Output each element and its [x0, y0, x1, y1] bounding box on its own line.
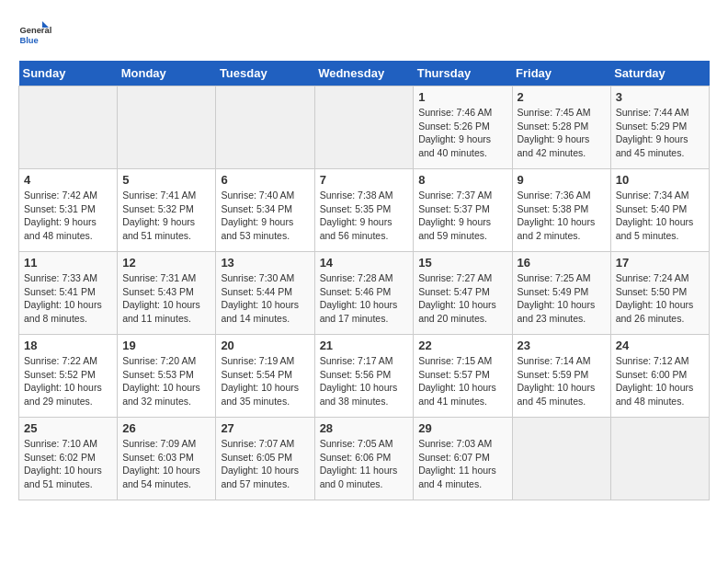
day-number: 13: [221, 256, 309, 270]
day-number: 27: [221, 421, 309, 435]
day-number: 9: [518, 173, 606, 187]
calendar-cell: 3Sunrise: 7:44 AMSunset: 5:29 PMDaylight…: [610, 86, 709, 169]
day-info: Sunrise: 7:31 AMSunset: 5:43 PMDaylight:…: [122, 271, 210, 326]
day-info: Sunrise: 7:41 AMSunset: 5:32 PMDaylight:…: [122, 189, 210, 243]
calendar-week-4: 18Sunrise: 7:22 AMSunset: 5:52 PMDayligh…: [19, 335, 710, 418]
calendar-cell: [610, 418, 709, 500]
weekday-header-thursday: Thursday: [414, 61, 512, 86]
day-number: 7: [320, 173, 409, 187]
day-number: 5: [122, 173, 210, 187]
weekday-header-wednesday: Wednesday: [314, 61, 414, 86]
calendar-cell: 5Sunrise: 7:41 AMSunset: 5:32 PMDaylight…: [118, 169, 216, 252]
day-info: Sunrise: 7:28 AMSunset: 5:46 PMDaylight:…: [320, 271, 409, 326]
day-info: Sunrise: 7:46 AMSunset: 5:26 PMDaylight:…: [418, 106, 506, 160]
day-number: 24: [616, 339, 704, 352]
calendar-cell: 15Sunrise: 7:27 AMSunset: 5:47 PMDayligh…: [414, 252, 512, 335]
day-number: 2: [518, 90, 606, 104]
day-number: 29: [418, 421, 506, 435]
weekday-header-friday: Friday: [512, 61, 610, 86]
day-number: 25: [24, 421, 112, 435]
day-number: 23: [518, 339, 606, 352]
day-info: Sunrise: 7:12 AMSunset: 6:00 PMDaylight:…: [616, 354, 704, 408]
day-number: 4: [24, 173, 112, 187]
day-info: Sunrise: 7:17 AMSunset: 5:56 PMDaylight:…: [320, 354, 409, 408]
day-number: 6: [221, 173, 309, 187]
calendar-cell: 23Sunrise: 7:14 AMSunset: 5:59 PMDayligh…: [512, 335, 610, 418]
day-info: Sunrise: 7:07 AMSunset: 6:05 PMDaylight:…: [221, 437, 309, 491]
day-info: Sunrise: 7:45 AMSunset: 5:28 PMDaylight:…: [518, 106, 606, 160]
weekday-header-monday: Monday: [118, 61, 216, 86]
day-info: Sunrise: 7:24 AMSunset: 5:50 PMDaylight:…: [616, 271, 704, 326]
calendar-week-3: 11Sunrise: 7:33 AMSunset: 5:41 PMDayligh…: [19, 252, 710, 335]
calendar-cell: 22Sunrise: 7:15 AMSunset: 5:57 PMDayligh…: [414, 335, 512, 418]
calendar-cell: [216, 86, 314, 169]
calendar-cell: 29Sunrise: 7:03 AMSunset: 6:07 PMDayligh…: [414, 418, 512, 500]
day-number: 19: [122, 339, 210, 352]
weekday-header-tuesday: Tuesday: [216, 61, 314, 86]
day-number: 22: [418, 339, 506, 352]
day-info: Sunrise: 7:10 AMSunset: 6:02 PMDaylight:…: [24, 437, 112, 491]
day-number: 26: [122, 421, 210, 435]
calendar-cell: 19Sunrise: 7:20 AMSunset: 5:53 PMDayligh…: [118, 335, 216, 418]
day-number: 10: [616, 173, 704, 187]
day-number: 16: [518, 256, 606, 270]
day-info: Sunrise: 7:15 AMSunset: 5:57 PMDaylight:…: [418, 354, 506, 408]
calendar-cell: 12Sunrise: 7:31 AMSunset: 5:43 PMDayligh…: [118, 252, 216, 335]
calendar-cell: 9Sunrise: 7:36 AMSunset: 5:38 PMDaylight…: [512, 169, 610, 252]
calendar-cell: 7Sunrise: 7:38 AMSunset: 5:35 PMDaylight…: [314, 169, 414, 252]
day-number: 1: [418, 90, 506, 104]
weekday-header-row: SundayMondayTuesdayWednesdayThursdayFrid…: [19, 61, 710, 86]
calendar-cell: [19, 86, 118, 169]
day-number: 8: [418, 173, 506, 187]
calendar-cell: 26Sunrise: 7:09 AMSunset: 6:03 PMDayligh…: [118, 418, 216, 500]
day-info: Sunrise: 7:27 AMSunset: 5:47 PMDaylight:…: [418, 271, 506, 326]
calendar-cell: 17Sunrise: 7:24 AMSunset: 5:50 PMDayligh…: [610, 252, 709, 335]
svg-marker-1: [42, 21, 49, 28]
calendar-week-5: 25Sunrise: 7:10 AMSunset: 6:02 PMDayligh…: [19, 418, 710, 500]
calendar-cell: 16Sunrise: 7:25 AMSunset: 5:49 PMDayligh…: [512, 252, 610, 335]
calendar-cell: 10Sunrise: 7:34 AMSunset: 5:40 PMDayligh…: [610, 169, 709, 252]
logo: General Blue: [18, 18, 51, 52]
day-number: 28: [320, 421, 409, 435]
calendar-cell: 25Sunrise: 7:10 AMSunset: 6:02 PMDayligh…: [19, 418, 118, 500]
day-info: Sunrise: 7:30 AMSunset: 5:44 PMDaylight:…: [221, 271, 309, 326]
calendar-cell: 21Sunrise: 7:17 AMSunset: 5:56 PMDayligh…: [314, 335, 414, 418]
day-info: Sunrise: 7:25 AMSunset: 5:49 PMDaylight:…: [518, 271, 606, 326]
day-number: 12: [122, 256, 210, 270]
day-info: Sunrise: 7:19 AMSunset: 5:54 PMDaylight:…: [221, 354, 309, 408]
day-number: 3: [616, 90, 704, 104]
calendar-cell: [314, 86, 414, 169]
calendar-cell: 2Sunrise: 7:45 AMSunset: 5:28 PMDaylight…: [512, 86, 610, 169]
calendar-cell: 8Sunrise: 7:37 AMSunset: 5:37 PMDaylight…: [414, 169, 512, 252]
calendar-week-2: 4Sunrise: 7:42 AMSunset: 5:31 PMDaylight…: [19, 169, 710, 252]
day-info: Sunrise: 7:03 AMSunset: 6:07 PMDaylight:…: [418, 437, 506, 491]
calendar-cell: 4Sunrise: 7:42 AMSunset: 5:31 PMDaylight…: [19, 169, 118, 252]
weekday-header-sunday: Sunday: [19, 61, 118, 86]
calendar-cell: 18Sunrise: 7:22 AMSunset: 5:52 PMDayligh…: [19, 335, 118, 418]
weekday-header-saturday: Saturday: [610, 61, 709, 86]
day-number: 15: [418, 256, 506, 270]
calendar-cell: 6Sunrise: 7:40 AMSunset: 5:34 PMDaylight…: [216, 169, 314, 252]
day-number: 18: [24, 339, 112, 352]
day-number: 11: [24, 256, 112, 270]
calendar-cell: 11Sunrise: 7:33 AMSunset: 5:41 PMDayligh…: [19, 252, 118, 335]
calendar-cell: 24Sunrise: 7:12 AMSunset: 6:00 PMDayligh…: [610, 335, 709, 418]
day-number: 17: [616, 256, 704, 270]
day-number: 20: [221, 339, 309, 352]
day-info: Sunrise: 7:38 AMSunset: 5:35 PMDaylight:…: [320, 189, 409, 243]
day-info: Sunrise: 7:33 AMSunset: 5:41 PMDaylight:…: [24, 271, 112, 326]
day-info: Sunrise: 7:34 AMSunset: 5:40 PMDaylight:…: [616, 189, 704, 243]
day-info: Sunrise: 7:40 AMSunset: 5:34 PMDaylight:…: [221, 189, 309, 243]
day-info: Sunrise: 7:09 AMSunset: 6:03 PMDaylight:…: [122, 437, 210, 491]
day-info: Sunrise: 7:44 AMSunset: 5:29 PMDaylight:…: [616, 106, 704, 160]
calendar-cell: [118, 86, 216, 169]
calendar-cell: 1Sunrise: 7:46 AMSunset: 5:26 PMDaylight…: [414, 86, 512, 169]
calendar-cell: 13Sunrise: 7:30 AMSunset: 5:44 PMDayligh…: [216, 252, 314, 335]
calendar-cell: 20Sunrise: 7:19 AMSunset: 5:54 PMDayligh…: [216, 335, 314, 418]
day-info: Sunrise: 7:14 AMSunset: 5:59 PMDaylight:…: [518, 354, 606, 408]
calendar-table: SundayMondayTuesdayWednesdayThursdayFrid…: [18, 61, 710, 500]
calendar-week-1: 1Sunrise: 7:46 AMSunset: 5:26 PMDaylight…: [19, 86, 710, 169]
day-number: 14: [320, 256, 409, 270]
logo-svg: General Blue: [18, 18, 51, 52]
day-info: Sunrise: 7:20 AMSunset: 5:53 PMDaylight:…: [122, 354, 210, 408]
